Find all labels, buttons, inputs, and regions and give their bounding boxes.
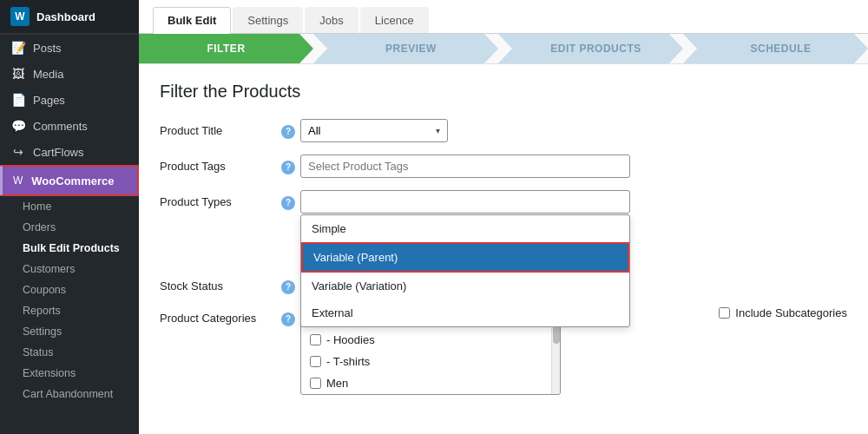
product-categories-label: Product Categories <box>160 306 281 325</box>
product-types-help-icon[interactable]: ? <box>281 190 300 210</box>
tab-bulk-edit[interactable]: Bulk Edit <box>153 7 231 34</box>
posts-icon: 📝 <box>10 41 26 55</box>
main-content: Bulk Edit Settings Jobs Licence FILTER P… <box>139 0 868 434</box>
product-title-control: All ▾ <box>300 119 847 142</box>
include-subcategories-wrap: Include Subcategories <box>719 306 847 319</box>
stock-status-help-icon[interactable]: ? <box>281 274 300 294</box>
product-types-dropdown: Simple Variable (Parent) Variable (Varia… <box>300 214 630 327</box>
sidebar-item-bulk-edit[interactable]: Bulk Edit Products <box>0 238 139 259</box>
category-item-men[interactable]: Men <box>301 372 560 394</box>
sidebar: W Dashboard 📝 Posts 🖼 Media 📄 Pages 💬 Co… <box>0 0 139 434</box>
product-types-control: Simple Variable (Parent) Variable (Varia… <box>300 190 847 214</box>
progress-steps: FILTER PREVIEW EDIT PRODUCTS SCHEDULE <box>139 34 868 64</box>
category-item-t-shirts[interactable]: - T-shirts <box>301 351 560 372</box>
sidebar-item-cart-abandonment[interactable]: Cart Abandonment <box>0 384 139 404</box>
sidebar-item-reports[interactable]: Reports <box>0 300 139 321</box>
woocommerce-label: WooCommerce <box>31 174 114 187</box>
wp-logo-icon: W <box>10 7 30 26</box>
product-title-help-icon[interactable]: ? <box>281 119 300 139</box>
tab-licence[interactable]: Licence <box>360 7 429 33</box>
tabs-bar: Bulk Edit Settings Jobs Licence <box>139 0 868 34</box>
sidebar-item-settings[interactable]: Settings <box>0 321 139 342</box>
comments-icon: 💬 <box>10 119 26 133</box>
product-tags-control <box>300 155 847 178</box>
sidebar-item-customers[interactable]: Customers <box>0 259 139 279</box>
sidebar-item-home[interactable]: Home <box>0 196 139 217</box>
sidebar-item-status[interactable]: Status <box>0 342 139 363</box>
category-checkbox-men[interactable] <box>310 378 321 389</box>
sidebar-item-cartflows[interactable]: ↪ CartFlows <box>0 139 139 165</box>
category-label-hoodies: - Hoodies <box>326 333 375 346</box>
content-area: Filter the Products Product Title ? All … <box>139 64 868 434</box>
sidebar-item-label: Pages <box>33 94 65 107</box>
sidebar-item-pages[interactable]: 📄 Pages <box>0 87 139 113</box>
product-title-row: Product Title ? All ▾ <box>160 119 847 142</box>
sidebar-item-label: CartFlows <box>33 146 84 159</box>
product-title-value: All <box>308 124 320 137</box>
tab-jobs[interactable]: Jobs <box>305 7 358 33</box>
woocommerce-icon: W <box>10 173 26 188</box>
dropdown-item-variable-parent[interactable]: Variable (Parent) <box>301 242 629 273</box>
category-label-men: Men <box>326 377 348 390</box>
sidebar-item-media[interactable]: 🖼 Media <box>0 61 139 87</box>
sidebar-sub-nav: Home Orders Bulk Edit Products Customers… <box>0 196 139 404</box>
category-label-t-shirts: - T-shirts <box>326 355 370 368</box>
dropdown-item-simple[interactable]: Simple <box>301 215 629 242</box>
step-filter[interactable]: FILTER <box>139 34 313 63</box>
sidebar-logo-text: Dashboard <box>36 10 95 23</box>
category-checkbox-t-shirts[interactable] <box>310 356 321 367</box>
product-tags-input[interactable] <box>300 155 630 178</box>
product-tags-help-icon[interactable]: ? <box>281 155 300 174</box>
category-item-hoodies[interactable]: - Hoodies <box>301 329 560 351</box>
product-tags-label: Product Tags <box>160 155 281 173</box>
stock-status-label: Stock Status <box>160 274 281 293</box>
product-title-select[interactable]: All ▾ <box>300 119 448 142</box>
sidebar-item-comments[interactable]: 💬 Comments <box>0 113 139 139</box>
pages-icon: 📄 <box>10 93 26 107</box>
sidebar-item-extensions[interactable]: Extensions <box>0 363 139 384</box>
sidebar-item-label: Posts <box>33 42 62 55</box>
media-icon: 🖼 <box>10 67 26 81</box>
product-types-label: Product Types <box>160 190 281 208</box>
dropdown-item-external[interactable]: External <box>301 299 629 326</box>
sidebar-item-woocommerce[interactable]: W WooCommerce <box>0 165 139 196</box>
step-preview[interactable]: PREVIEW <box>313 34 498 63</box>
product-types-row: Product Types ? Simple Variable (Parent)… <box>160 190 847 214</box>
sidebar-item-posts[interactable]: 📝 Posts <box>0 35 139 61</box>
step-edit-products[interactable]: EDIT PRODUCTS <box>498 34 683 63</box>
sidebar-item-coupons[interactable]: Coupons <box>0 279 139 300</box>
product-types-search-input[interactable] <box>300 190 630 214</box>
cartflows-icon: ↪ <box>10 145 26 159</box>
chevron-down-icon: ▾ <box>436 126 440 135</box>
sidebar-nav: 📝 Posts 🖼 Media 📄 Pages 💬 Comments ↪ Car… <box>0 34 139 165</box>
dropdown-item-variable-variation[interactable]: Variable (Variation) <box>301 273 629 299</box>
step-schedule[interactable]: SCHEDULE <box>683 34 868 63</box>
sidebar-item-label: Media <box>33 68 63 81</box>
sidebar-logo[interactable]: W Dashboard <box>0 0 139 34</box>
product-tags-row: Product Tags ? <box>160 155 847 178</box>
include-subcategories-label: Include Subcategories <box>735 306 847 319</box>
page-title: Filter the Products <box>160 82 847 102</box>
product-title-label: Product Title <box>160 119 281 137</box>
sidebar-item-orders[interactable]: Orders <box>0 217 139 238</box>
include-subcategories-checkbox[interactable] <box>719 307 730 319</box>
tab-settings[interactable]: Settings <box>233 7 303 33</box>
sidebar-item-label: Comments <box>33 120 88 133</box>
product-categories-help-icon[interactable]: ? <box>281 306 300 326</box>
category-checkbox-hoodies[interactable] <box>310 334 321 345</box>
